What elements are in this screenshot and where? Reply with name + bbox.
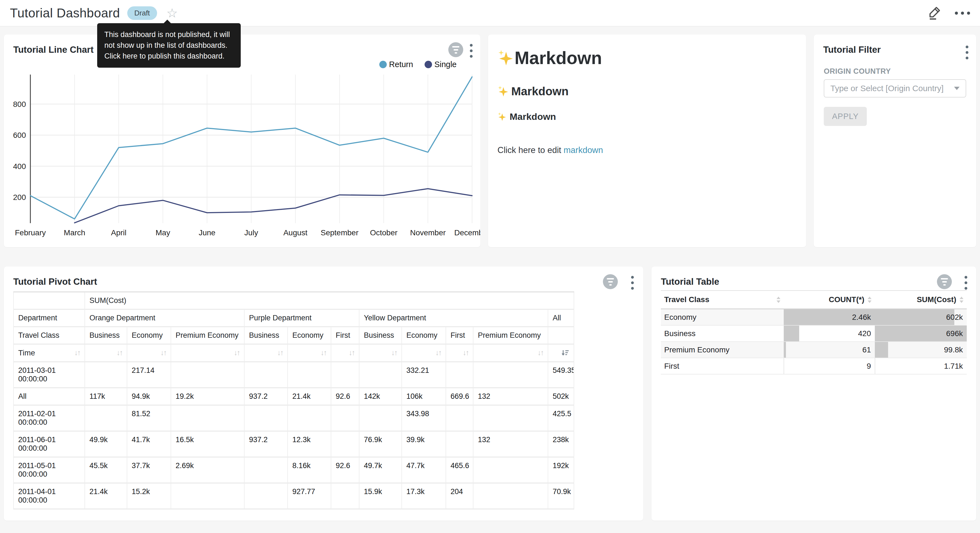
pivot-cell xyxy=(288,405,331,431)
line-chart-plot[interactable]: 200400600800FebruaryMarchAprilMayJuneJul… xyxy=(4,68,480,247)
pivot-cell: 81.52 xyxy=(127,405,171,431)
pivot-department-label: Department xyxy=(14,309,85,327)
sort-arrows-icon[interactable]: ↓↑ xyxy=(320,348,326,357)
kebab-menu-icon[interactable] xyxy=(963,274,969,291)
kebab-menu-icon[interactable] xyxy=(629,274,635,291)
pivot-cell: 425.5 xyxy=(548,405,574,431)
sort-arrows-icon[interactable]: ↓↑ xyxy=(538,348,543,357)
pivot-cell: 21.4k xyxy=(288,388,331,405)
pivot-cell: 117k xyxy=(85,388,127,405)
sort-carets-icon[interactable] xyxy=(959,297,963,303)
pivot-cell xyxy=(244,457,288,483)
sparkles-icon xyxy=(498,112,506,121)
select-placeholder: Type or Select [Origin Country] xyxy=(830,84,943,93)
sort-arrows-icon[interactable]: ↓↑ xyxy=(234,348,240,357)
kebab-menu-icon[interactable] xyxy=(964,44,970,61)
svg-text:200: 200 xyxy=(13,193,26,202)
pivot-sort-col[interactable]: ↓↑ xyxy=(402,344,446,362)
svg-text:June: June xyxy=(199,228,216,237)
sort-carets-icon[interactable] xyxy=(776,297,780,303)
pivot-cell: 132 xyxy=(473,388,548,405)
pivot-class-header: Premium Economy xyxy=(473,327,548,344)
pivot-sort-col[interactable]: ↓↑ xyxy=(288,344,331,362)
pivot-class-header: Business xyxy=(359,327,402,344)
table-row[interactable]: First91.71k xyxy=(661,358,967,374)
markdown-h2: Markdown xyxy=(498,85,806,98)
apply-button[interactable]: APPLY xyxy=(824,107,867,126)
pivot-sort-col[interactable]: ↓↑ xyxy=(244,344,288,362)
sort-arrows-icon[interactable]: ↓↑ xyxy=(74,348,80,357)
pivot-cell xyxy=(473,405,548,431)
sort-arrows-icon[interactable]: ↓↑ xyxy=(391,348,397,357)
pivot-cell xyxy=(359,362,402,388)
pivot-sort-col[interactable]: ↓↑ xyxy=(85,344,127,362)
pivot-sort-col[interactable]: ↓↑ xyxy=(473,344,548,362)
origin-country-select[interactable]: Type or Select [Origin Country] xyxy=(824,79,966,97)
markdown-paragraph: Click here to edit markdown xyxy=(498,145,806,155)
pivot-cell xyxy=(331,362,359,388)
pivot-cell xyxy=(331,405,359,431)
svg-text:April: April xyxy=(111,228,126,237)
column-header-travel-class[interactable]: Travel Class xyxy=(661,290,784,309)
pivot-cell: 49.9k xyxy=(85,431,127,457)
markdown-h1: Markdown xyxy=(498,48,806,68)
svg-text:600: 600 xyxy=(13,131,26,139)
svg-text:400: 400 xyxy=(13,162,26,171)
filter-card-title: Tutorial Filter xyxy=(823,45,881,55)
edit-pencil-icon[interactable] xyxy=(927,5,942,21)
sort-carets-icon[interactable] xyxy=(868,297,872,303)
pivot-cell: 217.14 xyxy=(127,362,171,388)
ellipsis-menu-icon[interactable] xyxy=(955,11,970,14)
pivot-cell xyxy=(85,362,127,388)
pivot-cell: 76.9k xyxy=(359,431,402,457)
pivot-sort-time[interactable]: Time↓↑ xyxy=(14,344,85,362)
draft-status-badge[interactable]: Draft xyxy=(127,6,157,20)
pivot-sort-all[interactable] xyxy=(548,344,574,362)
pivot-cell: 94.9k xyxy=(127,388,171,405)
sort-arrows-icon[interactable]: ↓↑ xyxy=(348,348,355,357)
value-bar xyxy=(875,342,888,357)
table-row[interactable]: Business420696k xyxy=(661,326,967,342)
svg-text:August: August xyxy=(283,228,307,237)
pivot-row-label: 2011-03-01 00:00:00 xyxy=(14,362,85,388)
pivot-sort-col[interactable]: ↓↑ xyxy=(127,344,171,362)
sort-desc-applied-icon[interactable] xyxy=(561,348,569,357)
favorite-star-icon[interactable]: ☆ xyxy=(167,6,178,19)
pivot-cell: 17.3k xyxy=(402,483,446,509)
pivot-cell: 549.35 xyxy=(548,362,574,388)
cell-travel-class: Premium Economy xyxy=(661,342,784,357)
pivot-group-header: Orange Department xyxy=(85,309,244,327)
table-row[interactable]: Premium Economy6199.8k xyxy=(661,342,967,358)
sort-arrows-icon[interactable]: ↓↑ xyxy=(116,348,122,357)
pivot-sort-col[interactable]: ↓↑ xyxy=(331,344,359,362)
pivot-cell: 49.7k xyxy=(359,457,402,483)
pivot-cell: 39.9k xyxy=(402,431,446,457)
table-row[interactable]: Economy2.46k602k xyxy=(661,309,967,326)
sort-arrows-icon[interactable]: ↓↑ xyxy=(161,348,166,357)
pivot-sort-col[interactable]: ↓↑ xyxy=(171,344,244,362)
column-header-count[interactable]: COUNT(*) xyxy=(784,290,875,309)
pivot-cell: 8.16k xyxy=(288,457,331,483)
pivot-sort-col[interactable]: ↓↑ xyxy=(446,344,473,362)
column-header-sum-cost[interactable]: SUM(Cost) xyxy=(875,290,967,309)
markdown-edit-link[interactable]: markdown xyxy=(564,145,603,155)
kebab-menu-icon[interactable] xyxy=(468,42,474,59)
pivot-cell: 502k xyxy=(548,388,574,405)
value-bar xyxy=(784,358,784,374)
sort-arrows-icon[interactable]: ↓↑ xyxy=(435,348,441,357)
pivot-cell xyxy=(244,362,288,388)
table-card-title: Tutorial Table xyxy=(661,276,719,287)
pivot-cell xyxy=(85,405,127,431)
sort-arrows-icon[interactable]: ↓↑ xyxy=(277,348,283,357)
pivot-cell: 669.6 xyxy=(446,388,473,405)
sort-arrows-icon[interactable]: ↓↑ xyxy=(463,348,468,357)
filter-indicator-icon[interactable] xyxy=(448,42,463,57)
pivot-class-header: Business xyxy=(85,327,127,344)
pivot-cell: 12.3k xyxy=(288,431,331,457)
pivot-cell: 45.5k xyxy=(85,457,127,483)
pivot-sort-col[interactable]: ↓↑ xyxy=(359,344,402,362)
filter-indicator-icon[interactable] xyxy=(603,274,618,289)
filter-indicator-icon[interactable] xyxy=(937,274,952,289)
value-bar xyxy=(875,309,955,325)
pivot-cell xyxy=(446,362,473,388)
